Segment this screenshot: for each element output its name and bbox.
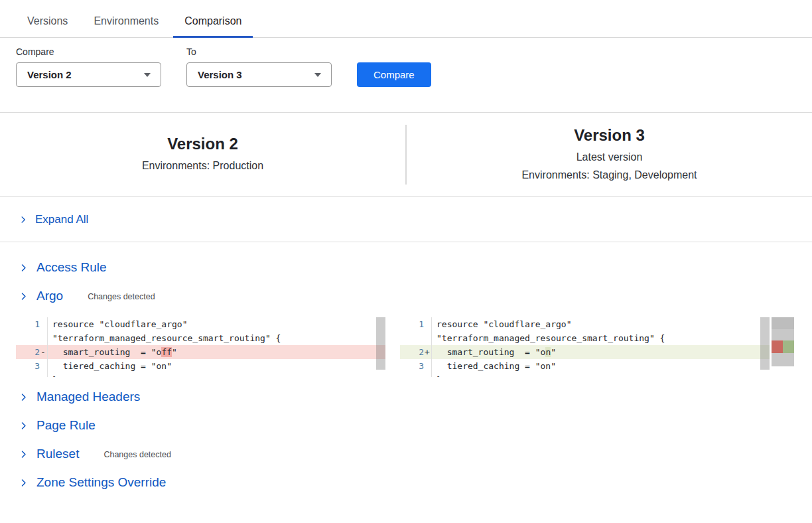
section-managed-headers[interactable]: Managed Headers	[0, 390, 812, 404]
left-pane-scrollbar[interactable]	[376, 317, 385, 370]
diff-line: "terraform_managed_resource_smart_routin…	[400, 331, 770, 345]
version-header-left: Version 2 Environments: Production	[0, 135, 405, 175]
version-right-latest: Latest version	[407, 148, 812, 166]
minimap-change-marker	[772, 340, 794, 353]
tab-bar: Versions Environments Comparison	[0, 0, 812, 38]
version-left-title: Version 2	[0, 135, 405, 153]
section-label: Page Rule	[36, 418, 96, 433]
chevron-down-icon	[144, 73, 151, 77]
tab-versions[interactable]: Versions	[16, 2, 79, 37]
right-pane-scrollbar[interactable]	[760, 317, 770, 370]
section-ruleset[interactable]: Ruleset Changes detected	[0, 447, 812, 461]
compare-to-group: To Version 3	[186, 46, 332, 87]
chevron-right-icon	[19, 292, 28, 301]
section-label: Access Rule	[36, 260, 107, 275]
diff-line: 3 tiered_caching = "on"	[400, 359, 770, 373]
diff-code-left: 1resource "cloudflare_argo""terraform_ma…	[16, 317, 385, 377]
argo-diff-viewer: 1resource "cloudflare_argo""terraform_ma…	[16, 317, 794, 377]
compare-button[interactable]: Compare	[357, 62, 431, 87]
compare-to-value: Version 3	[198, 69, 242, 80]
compare-from-group: Compare Version 2	[16, 46, 161, 87]
compare-controls: Compare Version 2 To Version 3 Compare	[0, 38, 812, 87]
diff-pane-gap	[385, 317, 400, 377]
minimap-viewport	[772, 317, 794, 329]
tab-environments[interactable]: Environments	[82, 2, 170, 37]
section-page-rule[interactable]: Page Rule	[0, 418, 812, 433]
section-label: Argo	[36, 289, 63, 303]
compare-from-label: Compare	[16, 46, 161, 57]
diff-code-right: 1resource "cloudflare_argo""terraform_ma…	[400, 317, 770, 377]
section-argo[interactable]: Argo Changes detected	[0, 289, 812, 303]
diff-minimap[interactable]	[772, 317, 794, 366]
chevron-right-icon	[19, 216, 27, 224]
chevron-down-icon	[314, 73, 321, 77]
diff-line: 3 tiered_caching = "on"	[16, 359, 385, 373]
compare-to-label: To	[186, 46, 332, 57]
chevron-right-icon	[19, 479, 28, 487]
section-zone-settings-override[interactable]: Zone Settings Override	[0, 475, 812, 490]
chevron-right-icon	[19, 421, 28, 430]
diff-line: }	[400, 373, 770, 377]
chevron-right-icon	[19, 263, 28, 272]
expand-all-button[interactable]: Expand All	[0, 197, 812, 242]
tab-comparison[interactable]: Comparison	[173, 2, 253, 37]
diff-line: 1resource "cloudflare_argo"	[400, 317, 770, 331]
section-label: Zone Settings Override	[36, 475, 166, 490]
version-right-title: Version 3	[407, 126, 812, 145]
compare-from-value: Version 2	[27, 69, 72, 80]
diff-pane-right: 1resource "cloudflare_argo""terraform_ma…	[400, 317, 770, 377]
diff-line: 2+ smart_routing = "on"	[400, 345, 770, 359]
version-right-environments: Environments: Staging, Development	[407, 166, 812, 184]
changes-badge: Changes detected	[103, 450, 170, 459]
compare-to-select[interactable]: Version 3	[186, 62, 332, 87]
section-label: Ruleset	[36, 447, 79, 461]
divider	[0, 242, 812, 242]
diff-line: }	[16, 373, 385, 377]
expand-all-label: Expand All	[35, 213, 88, 226]
compare-from-select[interactable]: Version 2	[16, 62, 161, 87]
version-header-right: Version 3 Latest version Environments: S…	[407, 126, 812, 184]
version-headers: Version 2 Environments: Production Versi…	[0, 113, 812, 196]
version-left-environments: Environments: Production	[0, 157, 405, 175]
diff-line: "terraform_managed_resource_smart_routin…	[16, 331, 385, 345]
chevron-right-icon	[19, 393, 28, 402]
diff-pane-left: 1resource "cloudflare_argo""terraform_ma…	[16, 317, 385, 377]
section-access-rule[interactable]: Access Rule	[0, 260, 812, 275]
chevron-right-icon	[19, 450, 28, 459]
minimap-addition-marker	[783, 340, 794, 353]
comparison-page: Versions Environments Comparison Compare…	[0, 0, 812, 490]
minimap-deletion-marker	[772, 340, 783, 353]
diff-line: 2- smart_routing = "off"	[16, 345, 385, 359]
changes-badge: Changes detected	[88, 292, 155, 301]
section-label: Managed Headers	[36, 390, 140, 404]
diff-line: 1resource "cloudflare_argo"	[16, 317, 385, 331]
